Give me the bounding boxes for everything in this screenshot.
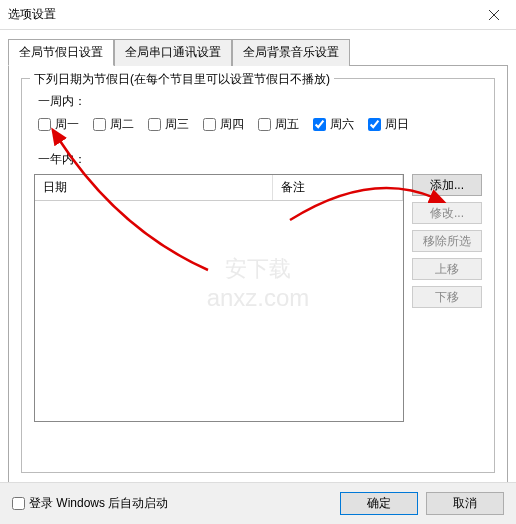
tab-panel: 下列日期为节假日(在每个节目里可以设置节假日不播放) 一周内： 周一 周二 周三… [8,66,508,486]
chk-sun[interactable]: 周日 [368,116,409,133]
week-row: 周一 周二 周三 周四 周五 周六 周日 [38,116,482,133]
chk-fri-input[interactable] [258,118,271,131]
tab-serial[interactable]: 全局串口通讯设置 [114,39,232,66]
chk-tue[interactable]: 周二 [93,116,134,133]
tab-bar: 全局节假日设置 全局串口通讯设置 全局背景音乐设置 [8,38,508,66]
chk-sun-input[interactable] [368,118,381,131]
chk-sat-input[interactable] [313,118,326,131]
groupbox-title: 下列日期为节假日(在每个节目里可以设置节假日不播放) [30,71,334,88]
content-area: 全局节假日设置 全局串口通讯设置 全局背景音乐设置 下列日期为节假日(在每个节目… [0,30,516,486]
remove-button[interactable]: 移除所选 [412,230,482,252]
chk-sat[interactable]: 周六 [313,116,354,133]
holiday-groupbox: 下列日期为节假日(在每个节目里可以设置节假日不播放) 一周内： 周一 周二 周三… [21,78,495,473]
tab-holiday[interactable]: 全局节假日设置 [8,39,114,66]
edit-button[interactable]: 修改... [412,202,482,224]
table-wrap: 日期 备注 添加... 修改... 移除所选 上移 下移 [34,174,482,422]
year-label: 一年内： [38,151,482,168]
chk-mon[interactable]: 周一 [38,116,79,133]
date-listview[interactable]: 日期 备注 [34,174,404,422]
close-button[interactable] [471,0,516,30]
movedown-button[interactable]: 下移 [412,286,482,308]
chk-wed[interactable]: 周三 [148,116,189,133]
chk-autostart[interactable]: 登录 Windows 后自动启动 [12,495,168,512]
bottom-buttons: 确定 取消 [340,492,504,515]
bottom-bar: 登录 Windows 后自动启动 确定 取消 [0,482,516,524]
side-buttons: 添加... 修改... 移除所选 上移 下移 [412,174,482,422]
listview-header: 日期 备注 [35,175,403,201]
chk-autostart-input[interactable] [12,497,25,510]
chk-mon-input[interactable] [38,118,51,131]
week-label: 一周内： [38,93,482,110]
moveup-button[interactable]: 上移 [412,258,482,280]
chk-thu-input[interactable] [203,118,216,131]
chk-fri[interactable]: 周五 [258,116,299,133]
add-button[interactable]: 添加... [412,174,482,196]
chk-thu[interactable]: 周四 [203,116,244,133]
window-title: 选项设置 [8,6,56,23]
chk-tue-input[interactable] [93,118,106,131]
listview-body[interactable] [35,201,403,421]
chk-wed-input[interactable] [148,118,161,131]
ok-button[interactable]: 确定 [340,492,418,515]
col-note[interactable]: 备注 [273,175,403,200]
close-icon [489,10,499,20]
col-date[interactable]: 日期 [35,175,273,200]
cancel-button[interactable]: 取消 [426,492,504,515]
titlebar: 选项设置 [0,0,516,30]
tab-music[interactable]: 全局背景音乐设置 [232,39,350,66]
